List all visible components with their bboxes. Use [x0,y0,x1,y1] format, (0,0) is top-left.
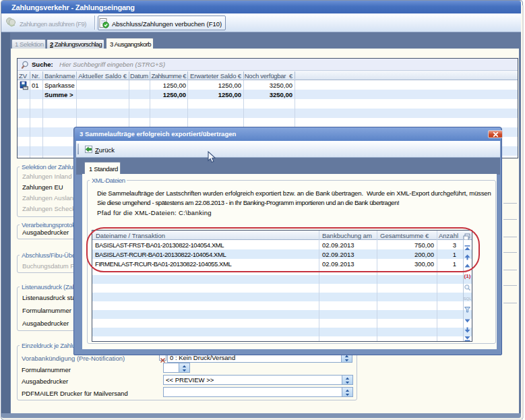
svg-text:(1): (1) [464,273,471,279]
svg-text:SQL: SQL [464,297,471,301]
